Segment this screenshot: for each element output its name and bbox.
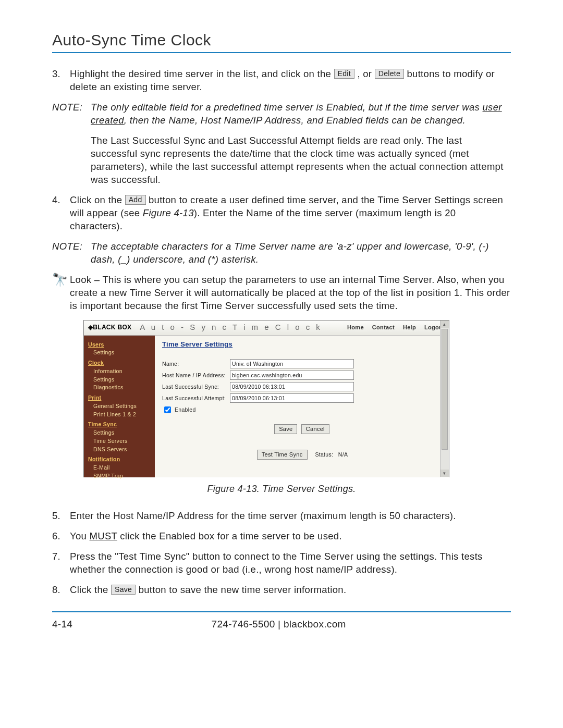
sidebar-timesync[interactable]: Time Sync bbox=[88, 421, 151, 429]
note-body: The acceptable characters for a Time Ser… bbox=[91, 240, 511, 266]
text: Highlight the desired time server in the… bbox=[70, 68, 334, 79]
nav-home[interactable]: Home bbox=[347, 324, 364, 331]
attempt-value: 08/09/2010 06:13:01 bbox=[230, 393, 354, 403]
sidebar-notif-snmp[interactable]: SNMP Trap bbox=[88, 472, 151, 480]
app-title: A u t o - S y n c T i m e C l o c k bbox=[140, 322, 322, 332]
sidebar-print-general[interactable]: General Settings bbox=[88, 402, 151, 411]
step-8: 8. Click the Save button to save the new… bbox=[52, 584, 511, 597]
text: , then the Name, Host Name/IP Address, a… bbox=[124, 115, 466, 126]
test-time-sync-button[interactable]: Test Time Sync bbox=[257, 450, 308, 460]
step-number: 8. bbox=[52, 584, 70, 597]
name-input[interactable]: Univ. of Washington bbox=[230, 359, 354, 368]
text: click the Enabled box for a time server … bbox=[117, 530, 342, 541]
step-number: 4. bbox=[52, 194, 70, 233]
nav-help[interactable]: Help bbox=[403, 324, 416, 331]
look-body: Look – This is where you can setup the p… bbox=[70, 274, 511, 313]
enabled-label: Enabled bbox=[175, 406, 196, 413]
step-number: 7. bbox=[52, 550, 70, 576]
sidebar-users[interactable]: Users bbox=[88, 341, 151, 349]
sidebar-ts-settings[interactable]: Settings bbox=[88, 429, 151, 437]
sidebar-clock-info[interactable]: Information bbox=[88, 367, 151, 376]
step-4: 4. Click on the Add button to create a u… bbox=[52, 194, 511, 233]
panel-heading: Time Server Settings bbox=[162, 340, 232, 349]
page-title: Auto-Sync Time Clock bbox=[52, 31, 511, 49]
sidebar-clock[interactable]: Clock bbox=[88, 359, 151, 367]
note-label: NOTE: bbox=[52, 240, 91, 266]
step-body: Enter the Host Name/IP Address for the t… bbox=[70, 510, 511, 523]
attempt-label: Last Successful Attempt: bbox=[162, 394, 230, 402]
step-body: Highlight the desired time server in the… bbox=[70, 68, 511, 94]
step-body: Press the "Test Time Sync" button to con… bbox=[70, 550, 511, 576]
status-label: Status: bbox=[315, 451, 333, 458]
text: The only editable field for a predefined… bbox=[91, 102, 483, 113]
sidebar-print-lines[interactable]: Print Lines 1 & 2 bbox=[88, 411, 151, 419]
sidebar-notif-email[interactable]: E-Mail bbox=[88, 464, 151, 472]
text: , or bbox=[357, 68, 374, 79]
footer-rule bbox=[52, 611, 511, 612]
sidebar-clock-diag[interactable]: Diagnostics bbox=[88, 384, 151, 392]
sidebar-notif[interactable]: Notification bbox=[88, 455, 151, 464]
step-body: Click the Save button to save the new ti… bbox=[70, 584, 511, 597]
footer-contact: 724-746-5500 | blackbox.com bbox=[212, 619, 346, 630]
note-plain: The Last Successful Sync and Last Succes… bbox=[91, 134, 511, 187]
app-header: ◈BLACK BOX A u t o - S y n c T i m e C l… bbox=[84, 320, 449, 336]
page-footer: 4-14 724-746-5500 | blackbox.com bbox=[52, 619, 511, 630]
host-label: Host Name / IP Address: bbox=[162, 372, 230, 379]
step-body: Click on the Add button to create a user… bbox=[70, 194, 511, 233]
text: button to save the new time server infor… bbox=[139, 584, 347, 595]
sidebar-print[interactable]: Print bbox=[88, 394, 151, 402]
title-rule bbox=[52, 52, 511, 53]
sidebar: Users Settings Clock Information Setting… bbox=[84, 336, 155, 477]
step-number: 6. bbox=[52, 530, 70, 543]
save-button[interactable]: Save bbox=[274, 424, 297, 434]
enabled-checkbox[interactable] bbox=[164, 406, 171, 413]
step-body: You MUST click the Enabled box for a tim… bbox=[70, 530, 511, 543]
sidebar-users-settings[interactable]: Settings bbox=[88, 349, 151, 357]
main-panel: Time Server Settings Name: Univ. of Wash… bbox=[155, 336, 449, 477]
note-body: The only editable field for a predefined… bbox=[91, 101, 511, 187]
figure-ref: Figure 4-13 bbox=[143, 207, 194, 218]
step-5: 5. Enter the Host Name/IP Address for th… bbox=[52, 510, 511, 523]
text: You bbox=[70, 530, 90, 541]
sidebar-clock-settings[interactable]: Settings bbox=[88, 376, 151, 384]
edit-button[interactable]: Edit bbox=[334, 69, 354, 79]
scrollbar[interactable]: ▴ ▾ bbox=[440, 320, 449, 477]
host-input[interactable]: bigben.cac.washington.edu bbox=[230, 371, 354, 380]
logo: ◈BLACK BOX bbox=[88, 323, 131, 331]
add-button[interactable]: Add bbox=[125, 195, 146, 205]
scroll-down-icon[interactable]: ▾ bbox=[440, 470, 449, 477]
text: Click on the bbox=[70, 194, 125, 205]
figure-4-13: ◈BLACK BOX A u t o - S y n c T i m e C l… bbox=[83, 320, 511, 477]
step-number: 3. bbox=[52, 68, 70, 94]
sidebar-ts-servers[interactable]: Time Servers bbox=[88, 437, 151, 446]
step-number: 5. bbox=[52, 510, 70, 523]
nav-contact[interactable]: Contact bbox=[372, 324, 395, 331]
text-underlined: MUST bbox=[90, 530, 117, 541]
text: Click the bbox=[70, 584, 111, 595]
sync-value: 08/09/2010 06:13:01 bbox=[230, 382, 354, 391]
figure-caption: Figure 4-13. Time Server Settings. bbox=[52, 483, 511, 495]
note-1: NOTE: The only editable field for a pred… bbox=[52, 101, 511, 187]
step-7: 7. Press the "Test Time Sync" button to … bbox=[52, 550, 511, 576]
step-6: 6. You MUST click the Enabled box for a … bbox=[52, 530, 511, 543]
sync-label: Last Successful Sync: bbox=[162, 383, 230, 390]
page-number: 4-14 bbox=[52, 619, 72, 630]
look-callout: 🔭 Look – This is where you can setup the… bbox=[52, 274, 511, 313]
cancel-button[interactable]: Cancel bbox=[301, 424, 329, 434]
name-label: Name: bbox=[162, 360, 230, 367]
note-label: NOTE: bbox=[52, 101, 91, 187]
binoculars-icon: 🔭 bbox=[52, 274, 70, 286]
scroll-thumb[interactable] bbox=[442, 329, 448, 450]
sidebar-ts-dns[interactable]: DNS Servers bbox=[88, 446, 151, 454]
status-value: N/A bbox=[338, 451, 348, 458]
save-button[interactable]: Save bbox=[111, 585, 136, 595]
note-2: NOTE: The acceptable characters for a Ti… bbox=[52, 240, 511, 266]
delete-button[interactable]: Delete bbox=[375, 69, 404, 79]
scroll-up-icon[interactable]: ▴ bbox=[440, 320, 449, 328]
step-3: 3. Highlight the desired time server in … bbox=[52, 68, 511, 94]
